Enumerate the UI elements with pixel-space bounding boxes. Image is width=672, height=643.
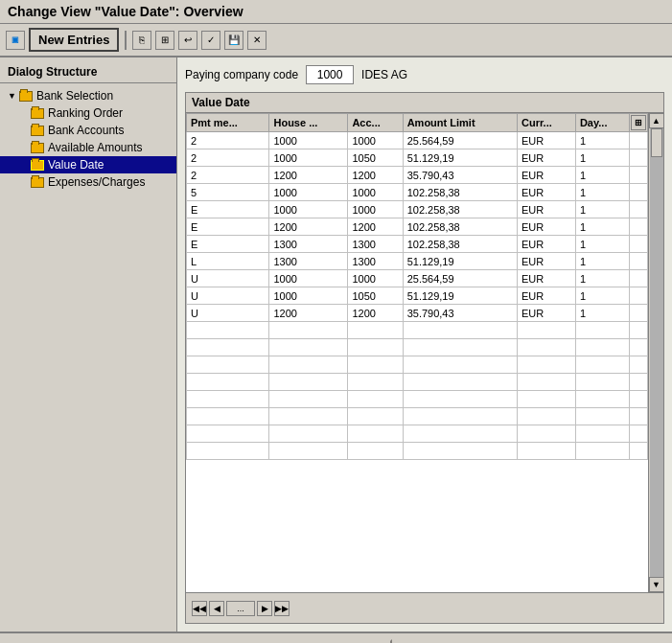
expand-arrow-bank-accounts [19,126,31,135]
cell-curr-7: EUR [517,253,575,270]
vertical-scrollbar[interactable]: ▲ ▼ [648,113,663,592]
cell-house-7: 1300 [269,253,348,270]
table-row[interactable]: E 1300 1300 102.258,38 EUR 1 [187,236,648,253]
new-entries-button[interactable]: New Entries [29,28,119,52]
empty-cell [575,339,629,356]
cell-house-10: 1200 [269,305,348,322]
empty-table-row [187,443,648,460]
cell-curr-5: EUR [517,218,575,236]
table-row[interactable]: E 1000 1000 102.258,38 EUR 1 [187,201,648,218]
undo-icon[interactable]: ↩ [178,31,197,50]
empty-cell [517,425,575,443]
empty-cell [187,425,269,443]
table-with-scroll: Pmt me... House ... Acc... Amount Limit … [186,113,663,592]
scroll-left-first-arrow[interactable]: ◀◀ [192,601,207,616]
main-content: Dialog Structure ▼ Bank Selection Rankin… [0,57,672,632]
scroll-indicator[interactable]: ... [226,601,255,616]
table-inner: Pmt me... House ... Acc... Amount Limit … [186,113,648,592]
table-row[interactable]: L 1300 1300 51.129,19 EUR 1 [187,253,648,270]
cell-house-1: 1000 [269,149,348,167]
empty-cell [575,322,629,339]
empty-cell [630,322,648,339]
sidebar-item-bank-accounts[interactable]: Bank Accounts [0,122,176,139]
check-icon[interactable]: ✓ [201,31,220,50]
scroll-right-last-arrow[interactable]: ▶▶ [274,601,290,616]
sidebar-item-ranking-order[interactable]: Ranking Order [0,104,176,122]
cell-amount-7: 51.129,19 [403,253,517,270]
cell-acc-4: 1000 [348,201,403,218]
table-row[interactable]: E 1200 1200 102.258,38 EUR 1 [187,218,648,236]
empty-cell [187,339,269,356]
cell-empty-6 [630,236,648,253]
table-row[interactable]: U 1200 1200 35.790,43 EUR 1 [187,305,648,322]
empty-cell [575,391,629,408]
cell-pmt-0: 2 [187,132,269,149]
empty-cell [630,443,648,460]
scroll-down-arrow[interactable]: ▼ [649,577,664,592]
empty-table-row [187,322,648,339]
empty-cell [575,425,629,443]
table-row[interactable]: 5 1000 1000 102.258,38 EUR 1 [187,184,648,201]
column-settings-icon[interactable]: ⊞ [631,115,646,130]
empty-cell [517,443,575,460]
empty-cell [269,443,348,460]
cell-amount-0: 25.564,59 [403,132,517,149]
folder-icon-expenses [31,177,44,188]
cell-day-9: 1 [575,287,629,305]
cell-acc-1: 1050 [348,149,403,167]
cell-curr-8: EUR [517,270,575,287]
scroll-track[interactable] [650,128,663,577]
empty-cell [403,322,517,339]
sidebar-item-expenses[interactable]: Expenses/Charges [0,173,176,191]
cell-pmt-7: L [187,253,269,270]
table-row[interactable]: 2 1000 1050 51.129,19 EUR 1 [187,149,648,167]
empty-cell [187,408,269,425]
table-row[interactable]: 2 1000 1000 25.564,59 EUR 1 [187,132,648,149]
scroll-right-arrow[interactable]: ▶ [257,601,272,616]
sidebar-item-bank-selection[interactable]: ▼ Bank Selection [0,87,176,104]
scroll-thumb[interactable] [651,128,662,157]
horizontal-scroll-controls[interactable]: ◀◀ ◀ ... ▶ ▶▶ [192,601,290,616]
empty-cell [187,374,269,391]
empty-cell [187,356,269,374]
table-header-row: Pmt me... House ... Acc... Amount Limit … [187,114,648,132]
copy-as-icon[interactable]: ⊞ [155,31,174,50]
empty-cell [348,374,403,391]
copy-icon[interactable]: ⎘ [132,31,151,50]
position-button[interactable]: 📋 Position... [280,639,393,643]
table-row[interactable]: 2 1200 1200 35.790,43 EUR 1 [187,167,648,184]
exit-icon[interactable]: ✕ [247,31,266,50]
scroll-left-arrow[interactable]: ◀ [209,601,224,616]
cell-house-3: 1000 [269,184,348,201]
footer: 📋 Position... Entry 1 of 11 [0,632,672,643]
cell-empty-2 [630,167,648,184]
empty-table-row [187,356,648,374]
expand-arrow-value-date [19,160,31,170]
cell-pmt-2: 2 [187,167,269,184]
col-currency: Curr... [517,114,575,132]
empty-cell [575,374,629,391]
table-row[interactable]: U 1000 1050 51.129,19 EUR 1 [187,287,648,305]
empty-table-row [187,408,648,425]
sidebar-item-value-date[interactable]: Value Date [0,156,176,173]
table-row[interactable]: U 1000 1000 25.564,59 EUR 1 [187,270,648,287]
empty-cell [517,374,575,391]
cell-curr-4: EUR [517,201,575,218]
cell-amount-8: 25.564,59 [403,270,517,287]
empty-cell [348,443,403,460]
col-settings[interactable]: ⊞ [630,114,648,132]
expand-arrow-bank-selection: ▼ [8,91,19,101]
title-bar: Change View "Value Date": Overview [0,0,672,24]
cell-amount-5: 102.258,38 [403,218,517,236]
folder-icon-ranking [31,108,44,119]
cell-acc-10: 1200 [348,305,403,322]
scroll-up-arrow[interactable]: ▲ [649,113,664,128]
sidebar-label-bank-selection: Bank Selection [36,89,113,103]
save-icon[interactable]: 💾 [224,31,243,50]
cell-empty-3 [630,184,648,201]
sidebar-item-available-amounts[interactable]: Available Amounts [0,139,176,156]
cell-curr-6: EUR [517,236,575,253]
empty-cell [348,408,403,425]
sidebar-label-expenses: Expenses/Charges [48,175,145,189]
cell-pmt-1: 2 [187,149,269,167]
